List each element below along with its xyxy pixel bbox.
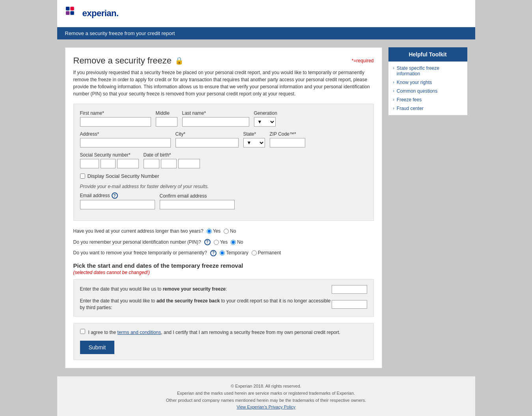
footer-line2: Experian and the marks used herein are s… — [63, 390, 469, 397]
addback-label-bold: add the security freeze back — [157, 298, 220, 304]
first-name-input[interactable] — [80, 117, 151, 127]
main-area: Remove a security freeze 🔒 *=required If… — [57, 39, 475, 376]
confirm-email-group: Confirm email address — [160, 193, 235, 209]
q2-no-radio[interactable] — [231, 240, 236, 245]
logo-experian: experian. — [82, 8, 119, 19]
page-description: If you previously requested that a secur… — [73, 69, 374, 97]
q3-temporary-radio[interactable] — [220, 250, 225, 256]
ssn-label: Social Security number* — [80, 152, 139, 158]
ssn-dob-row: Social Security number* Date of birth* — [80, 152, 367, 168]
addback-label-start: Enter the date that you would like to — [80, 298, 157, 304]
toolkit-header: Helpful Toolkit — [388, 47, 467, 62]
display-ssn-label: Display Social Security Number — [88, 173, 159, 179]
q2-yes-label: Yes — [214, 238, 228, 247]
page-title-text: Remove a security freeze — [73, 56, 172, 66]
email-input[interactable] — [80, 200, 155, 209]
q2-no-text: No — [237, 238, 243, 247]
toolkit-item-rights[interactable]: › Know your rights — [393, 80, 463, 85]
footer: © Experian 2018. All rights reserved. Ex… — [57, 376, 475, 416]
agreement-checkbox[interactable] — [80, 329, 85, 334]
question-2-text: Do you remember your personal identifica… — [73, 238, 201, 247]
ssn-input-2[interactable] — [101, 159, 116, 168]
ssn-input-1[interactable] — [80, 159, 99, 168]
zip-group: ZIP Code™* — [270, 131, 305, 147]
toolkit-arrow-rights: › — [393, 80, 394, 84]
display-ssn-checkbox[interactable] — [80, 173, 85, 179]
q2-help-icon[interactable]: ? — [204, 239, 211, 245]
address-row: Address* City* State* ▼ ALAKAZAR — [80, 131, 367, 147]
svg-rect-3 — [70, 11, 74, 15]
last-name-label: Last name* — [182, 110, 249, 116]
email-note: Provide your e-mail address for faster d… — [80, 184, 367, 189]
addback-date-row: Enter the date that you would like to ad… — [80, 298, 367, 311]
city-input[interactable] — [175, 138, 239, 147]
svg-rect-0 — [65, 7, 69, 11]
date-section-title: Pick the start and end dates of the temp… — [73, 262, 374, 269]
addback-date-text: Enter the date that you would like to ad… — [80, 298, 332, 311]
q1-no-radio[interactable] — [224, 229, 229, 234]
zip-label: ZIP Code™* — [270, 131, 305, 137]
toolkit-arrow-fraud: › — [393, 106, 394, 110]
date-section-subtitle: (selected dates cannot be changed!) — [73, 270, 374, 275]
toolkit-item-questions[interactable]: › Common questions — [393, 88, 463, 94]
remove-label-bold: remove your security freeze — [163, 286, 226, 292]
required-note: *=required — [352, 58, 374, 63]
q2-yes-text: Yes — [220, 238, 228, 247]
content-right: Helpful Toolkit › State specific freeze … — [388, 47, 467, 368]
q3-help-icon[interactable]: ? — [210, 250, 217, 256]
q3-permanent-radio[interactable] — [252, 250, 257, 256]
agreement-section: I agree to the terms and conditions, and… — [73, 323, 374, 360]
svg-rect-1 — [70, 7, 74, 11]
state-select[interactable]: ▼ ALAKAZAR CACOCTDE FLGAHIID ILINIAKS KY… — [243, 138, 265, 147]
ssn-input-3[interactable] — [117, 159, 139, 168]
q1-yes-radio[interactable] — [207, 229, 212, 234]
nav-title: Remove a security freeze from your credi… — [65, 30, 175, 36]
toolkit-item-fraud[interactable]: › Fraud center — [393, 106, 463, 111]
last-name-input[interactable] — [182, 117, 249, 127]
q3-temporary-text: Temporary — [226, 249, 248, 257]
email-row: Email address ? Confirm email address — [80, 192, 367, 209]
terms-conditions-link[interactable]: terms and conditions — [118, 330, 161, 335]
lock-icon: 🔒 — [175, 56, 183, 65]
experian-logo-icon — [65, 6, 80, 21]
zip-input[interactable] — [270, 138, 305, 147]
section-outer: Remove a security freeze 🔒 *=required If… — [65, 47, 382, 368]
agreement-before-link: I agree to the — [88, 330, 118, 335]
dob-day-input[interactable] — [161, 159, 177, 168]
dob-month-input[interactable] — [144, 159, 159, 168]
toolkit-item-fees[interactable]: › Freeze fees — [393, 97, 463, 103]
privacy-policy-link[interactable]: View Experian's Privacy Policy — [237, 405, 295, 409]
dob-fields — [144, 159, 200, 168]
addback-date-input[interactable] — [332, 300, 367, 309]
state-group: State* ▼ ALAKAZAR CACOCTDE FLGAHIID ILIN… — [243, 131, 265, 147]
dob-year-input[interactable] — [178, 159, 200, 168]
address-input[interactable] — [80, 138, 171, 147]
middle-name-input[interactable] — [156, 117, 177, 127]
email-label-text: Email address — [80, 193, 110, 198]
toolkit-arrow-questions: › — [393, 89, 394, 93]
ssn-group-container: Social Security number* — [80, 152, 139, 168]
city-group: City* — [175, 131, 239, 147]
toolkit-label-state: State specific freeze information — [397, 65, 463, 76]
toolkit-item-state[interactable]: › State specific freeze information — [393, 65, 463, 76]
ssn-fields — [80, 159, 139, 168]
helpful-toolkit: Helpful Toolkit › State specific freeze … — [388, 47, 467, 115]
remove-date-input[interactable] — [332, 285, 367, 294]
personal-info-form: First name* Middle Last name* Gener — [73, 104, 374, 221]
submit-button[interactable]: Submit — [80, 341, 115, 354]
page-wrapper: experian. Remove a security freeze from … — [57, 0, 475, 416]
remove-label-end: : — [226, 286, 227, 292]
state-label: State* — [243, 131, 265, 137]
svg-rect-2 — [65, 11, 69, 15]
email-label: Email address ? — [80, 192, 155, 199]
q2-yes-radio[interactable] — [214, 240, 219, 245]
date-box: Enter the date that you would like us to… — [73, 279, 374, 317]
email-help-icon[interactable]: ? — [112, 192, 118, 199]
question-3-text: Do you want to remove your freeze tempor… — [73, 249, 207, 257]
confirm-email-label: Confirm email address — [160, 193, 235, 199]
last-name-group: Last name* — [182, 110, 249, 127]
confirm-email-input[interactable] — [160, 200, 235, 209]
q3-permanent-text: Permanent — [258, 249, 281, 257]
generation-select[interactable]: ▼ I II Jr Sr — [254, 117, 276, 127]
footer-line3: Other product and company names mentione… — [63, 397, 469, 404]
